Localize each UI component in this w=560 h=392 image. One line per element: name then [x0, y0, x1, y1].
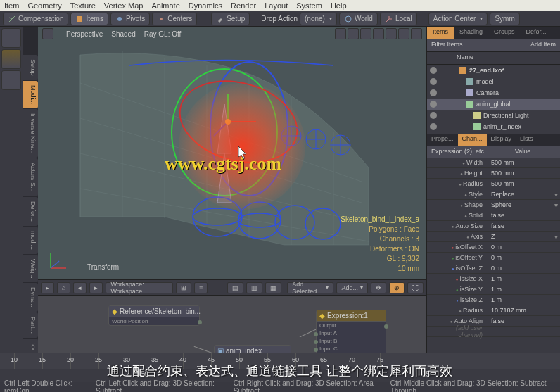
- chevron-down-icon[interactable]: ▾: [552, 233, 560, 241]
- property-row[interactable]: Auto Sizefalse: [427, 221, 560, 232]
- prop-value[interactable]: 500 mm: [487, 159, 552, 166]
- vp-options-icon[interactable]: [398, 28, 409, 39]
- tab-channels[interactable]: Chan...: [458, 134, 487, 146]
- prop-value[interactable]: 0 m: [487, 244, 552, 251]
- vp-zoom-icon[interactable]: [360, 28, 371, 39]
- node-port[interactable]: Input B: [317, 337, 386, 345]
- pivots-mode-button[interactable]: Pivots: [110, 13, 150, 25]
- prop-value[interactable]: 500 mm: [487, 170, 552, 177]
- tab-weight[interactable]: Weig...: [23, 255, 38, 283]
- property-row[interactable]: isSize Y1 m: [427, 284, 560, 295]
- ng-zoom-icon[interactable]: ⊕: [389, 282, 405, 293]
- ng-fit-icon[interactable]: ⛶: [407, 282, 424, 293]
- prop-value[interactable]: Sphere: [487, 201, 552, 208]
- add-node-button[interactable]: Add...: [336, 282, 368, 293]
- tab-modi[interactable]: modi...: [23, 227, 38, 254]
- ng-opt-icon[interactable]: ▤: [227, 282, 243, 293]
- prop-value[interactable]: 0 m: [487, 254, 552, 261]
- tab-actors[interactable]: Actors S...: [23, 158, 38, 196]
- item-tree[interactable]: 27_end.lxo*modelCameraanim_globalDirecti…: [427, 65, 560, 132]
- ng-list-icon[interactable]: ≡: [194, 282, 208, 293]
- shading-mode-label[interactable]: Shaded: [111, 30, 135, 38]
- property-row[interactable]: isSize Z1 m: [427, 295, 560, 305]
- setup-button[interactable]: Setup: [211, 13, 250, 25]
- visibility-icon[interactable]: [430, 123, 437, 130]
- items-mode-button[interactable]: Items: [70, 13, 108, 25]
- property-row[interactable]: (add user channel): [427, 327, 560, 337]
- menu-item[interactable]: Geometry: [27, 1, 61, 10]
- prop-value[interactable]: false: [487, 222, 552, 229]
- tab-deformers[interactable]: Defor...: [23, 197, 38, 226]
- node-port[interactable]: Input C: [317, 345, 386, 353]
- menu-item[interactable]: Texture: [70, 1, 96, 10]
- tab-ik[interactable]: Inverse Kine...: [23, 109, 38, 158]
- prop-value[interactable]: Z: [487, 233, 552, 240]
- menu-item[interactable]: Layout: [265, 1, 288, 10]
- prop-value[interactable]: 500 mm: [487, 180, 552, 187]
- visibility-icon[interactable]: [430, 78, 437, 85]
- prop-value[interactable]: 1 m: [487, 296, 552, 303]
- ng-back-icon[interactable]: ◂: [73, 282, 87, 293]
- property-row[interactable]: Solidfalse: [427, 210, 560, 221]
- visibility-icon[interactable]: [430, 112, 437, 119]
- local-button[interactable]: Local: [380, 13, 417, 25]
- tree-row[interactable]: Camera: [427, 87, 560, 99]
- prop-value[interactable]: false: [487, 212, 552, 219]
- tool-button[interactable]: [1, 28, 21, 48]
- node-port[interactable]: Input A: [317, 329, 386, 337]
- ng-pan-icon[interactable]: ✥: [371, 282, 386, 293]
- tab-dynamics[interactable]: Dyna...: [23, 283, 38, 312]
- node-port[interactable]: Output: [317, 322, 386, 329]
- menu-item[interactable]: Item: [4, 1, 19, 10]
- menu-item[interactable]: System: [296, 1, 322, 10]
- tool-button[interactable]: [1, 70, 21, 90]
- property-row[interactable]: isOffset Z0 m: [427, 263, 560, 274]
- action-center-select[interactable]: Action Center: [428, 13, 488, 25]
- menu-item[interactable]: Animate: [151, 1, 179, 10]
- prop-value[interactable]: 1 m: [487, 286, 552, 293]
- timeline-ruler[interactable]: 1015202530354045505560657075: [0, 353, 560, 369]
- ng-opt-icon[interactable]: ▦: [265, 282, 281, 293]
- vp-layout-icon[interactable]: [411, 28, 422, 39]
- ng-collapse-icon[interactable]: ▸: [41, 282, 54, 293]
- tree-row[interactable]: anim_r_index: [427, 121, 560, 132]
- menu-item[interactable]: Help: [331, 1, 347, 10]
- filter-items-button[interactable]: Filter Items: [427, 39, 494, 51]
- add-item-button[interactable]: Add Item: [494, 39, 561, 51]
- chevron-down-icon[interactable]: ▾: [552, 201, 560, 209]
- prop-value[interactable]: 10.7187 mm: [487, 307, 552, 314]
- centers-mode-button[interactable]: Centers: [152, 13, 197, 25]
- vp-pan-icon[interactable]: [348, 28, 359, 39]
- add-selected-button[interactable]: Add Selected: [287, 282, 333, 293]
- tab-lists[interactable]: Lists: [516, 134, 537, 146]
- property-row[interactable]: AxisZ▾: [427, 232, 560, 242]
- property-row[interactable]: ShapeSphere▾: [427, 200, 560, 210]
- node-header[interactable]: ◆Expression:1: [317, 310, 386, 322]
- property-row[interactable]: StyleReplace▾: [427, 189, 560, 200]
- compensation-toggle[interactable]: Compensation: [3, 13, 68, 25]
- property-row[interactable]: isOffset Y0 m: [427, 253, 560, 263]
- tree-row[interactable]: anim_global: [427, 99, 560, 110]
- tab-particles[interactable]: Part...: [23, 312, 38, 338]
- property-row[interactable]: isOffset X0 m: [427, 242, 560, 253]
- visibility-icon[interactable]: [430, 67, 437, 74]
- prop-value[interactable]: 0 m: [487, 265, 552, 272]
- tab-properties[interactable]: Prope...: [427, 134, 458, 146]
- workspace-select[interactable]: Workspace: Workspace: [106, 282, 173, 293]
- drop-action-select[interactable]: (none): [300, 13, 337, 25]
- node-port[interactable]: World Position: [109, 317, 199, 325]
- prop-value[interactable]: false: [487, 317, 552, 324]
- prop-value[interactable]: Replace: [487, 191, 552, 198]
- node-header[interactable]: ◆Reference/Skeleton_bin...: [109, 306, 199, 317]
- property-row[interactable]: Radius10.7187 mm: [427, 305, 560, 316]
- tree-row[interactable]: 27_end.lxo*: [427, 65, 560, 76]
- ng-fwd-icon[interactable]: ▸: [89, 282, 103, 293]
- tool-button[interactable]: [1, 49, 21, 69]
- property-row[interactable]: Width500 mm: [427, 158, 560, 168]
- tab-modifiers[interactable]: Modi...: [23, 81, 38, 108]
- tree-row[interactable]: model: [427, 76, 560, 87]
- world-button[interactable]: World: [339, 13, 378, 25]
- tab-shading[interactable]: Shading: [454, 27, 488, 39]
- menu-item[interactable]: Render: [231, 1, 256, 10]
- tab-display[interactable]: Display: [487, 134, 516, 146]
